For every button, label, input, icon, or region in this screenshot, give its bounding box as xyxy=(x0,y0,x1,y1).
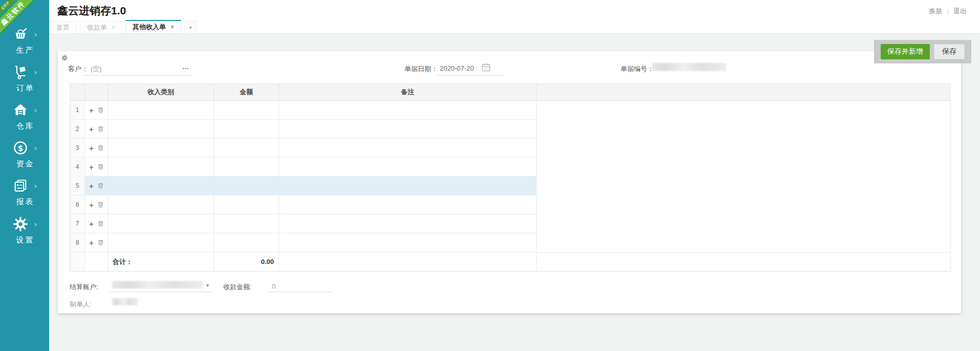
tab-other-income-form[interactable]: 其他收入单 × xyxy=(125,20,181,34)
close-icon[interactable]: × xyxy=(112,24,115,31)
sidebar-item-warehouse[interactable]: › 仓库 xyxy=(0,102,49,137)
sidebar-item-production[interactable]: › 生产 xyxy=(0,27,49,61)
amount-cell[interactable] xyxy=(214,233,279,252)
sidebar-item-orders[interactable]: › 订单 xyxy=(0,64,49,99)
income-category-cell[interactable] xyxy=(108,195,214,214)
income-category-cell[interactable] xyxy=(108,233,214,252)
sidebar-item-reports[interactable]: › 报表 xyxy=(0,178,49,213)
remark-cell[interactable] xyxy=(279,139,537,158)
delete-row-icon[interactable] xyxy=(98,202,103,208)
customer-input-underline[interactable] xyxy=(84,75,192,76)
remark-cell[interactable] xyxy=(279,233,537,252)
income-category-cell[interactable] xyxy=(108,101,214,120)
sidebar-item-label: 订单 xyxy=(4,83,46,93)
delete-row-icon[interactable] xyxy=(98,126,103,132)
amount-cell[interactable] xyxy=(214,139,279,158)
delete-row-icon[interactable] xyxy=(98,183,103,189)
amount-cell[interactable] xyxy=(214,177,279,195)
tab-bar: 首页 收款单 × 其他收入单 × ▾ xyxy=(49,20,197,34)
dropdown-caret-icon[interactable]: ▾ xyxy=(206,282,209,288)
sidebar-item-funds[interactable]: $ › 资金 xyxy=(0,140,49,175)
table-row: 2 + xyxy=(70,120,950,139)
amount-cell[interactable] xyxy=(214,195,279,214)
income-category-cell[interactable] xyxy=(108,158,214,177)
table-row: 1 + xyxy=(70,101,950,120)
remark-cell[interactable] xyxy=(279,120,537,139)
row-actions: + xyxy=(85,120,108,139)
customer-lookup-button[interactable]: … xyxy=(182,63,189,71)
filler-cell xyxy=(537,158,950,177)
save-button[interactable]: 保存 xyxy=(934,44,965,59)
row-number: 4 xyxy=(70,158,85,177)
top-links: 换肤 | 退出 xyxy=(929,7,967,16)
amount-cell[interactable] xyxy=(214,158,279,177)
add-row-icon[interactable]: + xyxy=(89,182,94,190)
customer-value[interactable]: (空) xyxy=(91,64,102,74)
filler-cell xyxy=(537,101,950,120)
add-row-icon[interactable]: + xyxy=(89,144,94,152)
calendar-icon[interactable] xyxy=(482,63,491,74)
change-skin-link[interactable]: 换肤 xyxy=(929,7,943,16)
income-category-cell[interactable] xyxy=(108,139,214,158)
filler-cell xyxy=(537,139,950,158)
row-number: 8 xyxy=(70,233,85,252)
tab-home[interactable]: 首页 xyxy=(49,21,77,34)
save-and-new-button[interactable]: 保存并新增 xyxy=(881,44,930,59)
customer-label: 客户： xyxy=(68,64,88,74)
delete-row-icon[interactable] xyxy=(98,145,103,151)
report-document-icon xyxy=(13,178,28,193)
amount-cell[interactable] xyxy=(214,214,279,233)
total-filler-cell xyxy=(537,252,950,271)
header-income-category: 收入类别 xyxy=(108,84,214,101)
total-amount: 0.00 xyxy=(214,252,279,271)
add-row-icon[interactable]: + xyxy=(89,201,94,209)
filler-cell xyxy=(537,214,950,233)
doc-date-value[interactable]: 2020-07-20 xyxy=(440,64,474,72)
row-actions: + xyxy=(85,158,108,177)
row-number: 1 xyxy=(70,101,85,120)
amount-cell[interactable] xyxy=(214,101,279,120)
header-filler xyxy=(537,84,950,101)
remark-cell[interactable] xyxy=(279,101,537,120)
total-actions-cell xyxy=(85,252,108,271)
header-actions xyxy=(85,84,108,101)
receipt-amount-value[interactable]: 0 xyxy=(272,282,275,290)
income-category-cell[interactable] xyxy=(108,214,214,233)
income-category-cell[interactable] xyxy=(108,120,214,139)
filler-cell xyxy=(537,177,950,195)
table-total-row: 合计： 0.00 xyxy=(70,252,950,272)
amount-cell[interactable] xyxy=(214,120,279,139)
delete-row-icon[interactable] xyxy=(98,164,103,170)
remark-cell[interactable] xyxy=(279,195,537,214)
document-maker-label: 制单人: xyxy=(70,300,92,309)
logout-link[interactable]: 退出 xyxy=(953,7,967,16)
delete-row-icon[interactable] xyxy=(98,107,103,113)
delete-row-icon[interactable] xyxy=(98,221,103,227)
divider: | xyxy=(947,8,949,15)
row-actions: + xyxy=(85,233,108,252)
add-row-icon[interactable]: + xyxy=(89,163,94,171)
add-row-icon[interactable]: + xyxy=(89,220,94,228)
remark-cell[interactable] xyxy=(279,177,537,195)
delete-row-icon[interactable] xyxy=(98,239,103,246)
filler-cell xyxy=(537,120,950,139)
remark-cell[interactable] xyxy=(279,214,537,233)
panel-gear-icon[interactable] xyxy=(61,54,68,60)
settlement-account-value-redacted[interactable] xyxy=(112,281,203,289)
remark-cell[interactable] xyxy=(279,158,537,177)
tab-receipt-form[interactable]: 收款单 × xyxy=(80,21,122,34)
tab-list-dropdown[interactable]: ▾ xyxy=(184,21,197,34)
close-icon[interactable]: × xyxy=(171,24,174,31)
add-row-icon[interactable]: + xyxy=(89,106,94,114)
add-row-icon[interactable]: + xyxy=(89,125,94,133)
income-category-cell[interactable] xyxy=(108,177,214,195)
sidebar-item-settings[interactable]: › 设置 xyxy=(0,216,49,251)
doc-date-underline xyxy=(437,75,503,76)
row-actions: + xyxy=(85,195,108,214)
table-header-row: 收入类别 金额 备注 xyxy=(70,83,950,101)
form-panel: 客户： (空) … 单据日期： 2020-07-20 单据编号： 收入类别 金额… xyxy=(58,51,961,313)
row-number: 7 xyxy=(70,214,85,233)
add-row-icon[interactable]: + xyxy=(89,239,94,247)
row-actions: + xyxy=(85,214,108,233)
chevron-right-icon: › xyxy=(34,144,37,151)
